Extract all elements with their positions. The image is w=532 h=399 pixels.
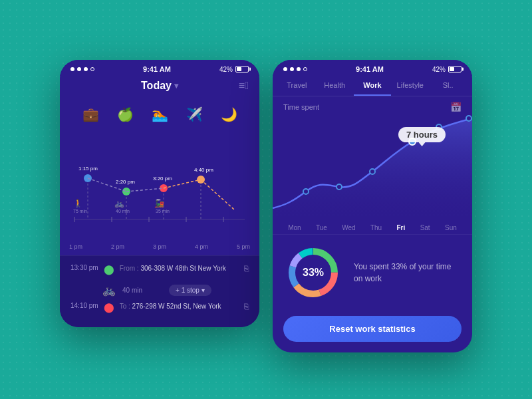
- stats-area: 33% You spent 33% of your time on work: [273, 234, 472, 311]
- battery-fill-1: [237, 67, 241, 71]
- tab-work[interactable]: Work: [354, 76, 392, 96]
- svg-text:🚶: 🚶: [73, 198, 83, 208]
- phone1-header: Today ▾ ≡⃤: [60, 76, 259, 98]
- dot-1: [70, 67, 74, 71]
- day-sat: Sat: [420, 224, 430, 231]
- tab-lifestyle[interactable]: Lifestyle: [391, 76, 429, 96]
- phone-activity: 9:41 AM 42% Today ▾ ≡⃤ 💼 🍏 🏊 ✈️ 🌙: [60, 60, 259, 327]
- chart-tooltip: 7 hours: [398, 127, 446, 142]
- svg-text:40 min: 40 min: [116, 209, 130, 213]
- work-icon[interactable]: 💼: [78, 102, 102, 126]
- to-label: To :: [120, 303, 132, 310]
- dot2-2: [290, 67, 294, 71]
- chart-area: 7 hours: [273, 115, 472, 221]
- today-label[interactable]: Today ▾: [141, 80, 178, 92]
- stop-chevron: ▾: [201, 287, 205, 294]
- stop-label: + 1 stop: [176, 287, 200, 294]
- reset-label: Reset work statistics: [329, 324, 415, 334]
- day-labels: Mon Tue Wed Thu Fri Sat Sun: [273, 221, 472, 234]
- svg-text:4:40 pm: 4:40 pm: [194, 167, 213, 173]
- phone-work: 9:41 AM 42% Travel Health Work Lifestyle…: [273, 60, 472, 352]
- donut-chart: 33%: [283, 243, 343, 303]
- svg-point-33: [466, 116, 471, 121]
- svg-text:75 min: 75 min: [73, 209, 87, 213]
- status-bar-1: 9:41 AM 42%: [60, 60, 259, 76]
- time-2pm: 2 pm: [111, 243, 124, 250]
- status-bar-2: 9:41 AM 42%: [273, 60, 472, 76]
- stats-text-content: You spent 33% of your time on work: [354, 262, 451, 283]
- svg-line-25: [126, 188, 164, 192]
- day-fri: Fri: [397, 224, 406, 231]
- day-sun: Sun: [445, 224, 457, 231]
- copy-icon-2[interactable]: ⎘: [244, 302, 249, 311]
- to-dot-icon: ⬤: [104, 302, 114, 313]
- to-address-text: 276-298 W 52nd St, New York: [132, 303, 221, 310]
- swim-icon[interactable]: 🏊: [148, 102, 172, 126]
- stop-button[interactable]: + 1 stop ▾: [169, 285, 211, 296]
- detail-section: 13:30 pm ⬤ From : 306-308 W 48th St New …: [60, 255, 259, 327]
- time-1pm: 1 pm: [69, 243, 82, 250]
- tooltip-value: 7 hours: [406, 130, 438, 140]
- dot-3: [84, 67, 88, 71]
- battery-icon-1: [235, 66, 249, 72]
- day-thu: Thu: [370, 224, 382, 231]
- tabs-row: Travel Health Work Lifestyle Sl..: [273, 76, 472, 96]
- svg-text:1:15 pm: 1:15 pm: [78, 166, 98, 172]
- filter-icon[interactable]: ≡⃤: [239, 80, 249, 92]
- dot2-1: [283, 67, 287, 71]
- svg-text:🚂: 🚂: [154, 198, 164, 208]
- phones-container: 9:41 AM 42% Today ▾ ≡⃤ 💼 🍏 🏊 ✈️ 🌙: [60, 47, 472, 352]
- to-time: 14:10 pm: [70, 302, 98, 309]
- svg-point-29: [336, 184, 342, 190]
- health-icon[interactable]: 🍏: [113, 102, 137, 126]
- time-5pm: 5 pm: [237, 243, 250, 250]
- battery-area-2: 42%: [432, 66, 462, 73]
- chart-header: Time spent 📅: [273, 96, 472, 115]
- stats-description: You spent 33% of your time on work: [354, 261, 462, 285]
- battery-pct-2: 42%: [432, 66, 446, 73]
- copy-icon-1[interactable]: ⎘: [244, 264, 249, 273]
- dot2-3: [297, 67, 301, 71]
- svg-line-27: [201, 180, 234, 209]
- from-label: From :: [120, 265, 141, 272]
- chevron-down-icon: ▾: [174, 81, 178, 90]
- from-dot-icon: ⬤: [104, 264, 114, 275]
- tab-travel[interactable]: Travel: [278, 76, 316, 96]
- time-axis: 1 pm 2 pm 3 pm 4 pm 5 pm: [60, 242, 259, 255]
- dot-2: [77, 67, 81, 71]
- travel-icon[interactable]: ✈️: [182, 102, 206, 126]
- bike-icon: 🚲: [102, 284, 116, 297]
- tab-sleep[interactable]: Sl..: [429, 76, 467, 96]
- battery-icon-2: [448, 66, 462, 72]
- from-address: From : 306-308 W 48th St New York: [120, 264, 226, 272]
- battery-pct-1: 42%: [219, 66, 233, 73]
- svg-point-30: [370, 169, 375, 174]
- day-wed: Wed: [342, 224, 355, 231]
- svg-text:3:20 pm: 3:20 pm: [153, 176, 172, 182]
- chart-title: Time spent: [283, 103, 319, 111]
- activity-icons-row: 💼 🍏 🏊 ✈️ 🌙: [60, 98, 259, 133]
- signal-dots: [70, 67, 94, 71]
- duration-label: 40 min: [122, 287, 142, 294]
- day-mon: Mon: [288, 224, 301, 231]
- from-row: 13:30 pm ⬤ From : 306-308 W 48th St New …: [70, 264, 249, 275]
- dot2-4: [303, 67, 307, 71]
- from-time: 13:30 pm: [70, 264, 98, 271]
- svg-text:35 min: 35 min: [156, 209, 170, 213]
- svg-point-28: [303, 189, 309, 194]
- timeline-svg: 1:15 pm 🚶 75 min 2:20 pm 🚲 40 min 3:20 p…: [68, 133, 251, 239]
- battery-fill-2: [450, 67, 454, 71]
- today-text: Today: [141, 80, 172, 92]
- tab-health[interactable]: Health: [316, 76, 354, 96]
- signal-dots-2: [283, 67, 307, 71]
- sleep-icon[interactable]: 🌙: [217, 102, 241, 126]
- reset-button[interactable]: Reset work statistics: [283, 316, 462, 342]
- status-time-2: 9:41 AM: [356, 65, 384, 73]
- timeline-area: 1:15 pm 🚶 75 min 2:20 pm 🚲 40 min 3:20 p…: [60, 133, 259, 239]
- svg-text:2:20 pm: 2:20 pm: [116, 179, 135, 185]
- to-row: 14:10 pm ⬤ To : 276-298 W 52nd St, New Y…: [70, 302, 249, 313]
- time-4pm: 4 pm: [195, 243, 208, 250]
- dot-4: [90, 67, 94, 71]
- donut-percentage: 33%: [303, 267, 324, 279]
- calendar-icon[interactable]: 📅: [450, 102, 462, 112]
